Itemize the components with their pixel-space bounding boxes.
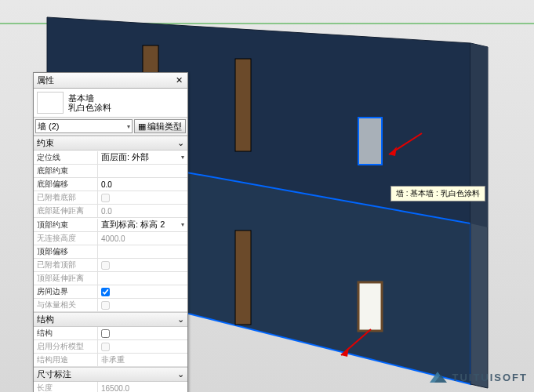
group-header-structure[interactable]: 结构 ⌄ [34,312,187,327]
watermark-icon [427,368,449,386]
prop-base-ext-dist: 底部延伸距离 0.0 [34,205,187,218]
close-icon[interactable]: ✕ [173,75,184,86]
prop-mass-related: 与体量相关 [34,299,187,312]
watermark-text: TUITUISOFT [452,372,528,383]
prop-analytical: 启用分析模型 [34,340,187,354]
watermark: TUITUISOFT [427,368,528,386]
expand-icon: ⌄ [177,138,184,148]
checkbox [101,301,110,310]
checkbox[interactable] [101,288,110,296]
type-text: 基本墙 乳白色涂料 [68,92,111,114]
svg-rect-6 [235,59,251,151]
group-header-constraint[interactable]: 约束 ⌄ [34,136,187,151]
prop-room-bounding[interactable]: 房间边界 [34,285,187,299]
chevron-down-icon: ▾ [181,221,184,228]
prop-top-ext-dist: 顶部延伸距离 [34,272,187,285]
checkbox[interactable] [101,329,110,338]
panel-title-text: 属性 [37,74,54,86]
prop-base-offset[interactable]: 底部偏移 0.0 [34,178,187,191]
expand-icon: ⌄ [177,314,184,325]
type-family-label: 基本墙 [68,93,111,103]
prop-base-attached: 已附着底部 [34,191,187,205]
properties-panel: 属性 ✕ 基本墙 乳白色涂料 墙 (2) ▾ ▦ 编辑类型 约束 ⌄ 定位线 面… [33,72,188,392]
type-name-label: 乳白色涂料 [68,103,111,112]
edit-type-icon: ▦ [138,122,146,132]
svg-rect-10 [358,282,382,331]
edit-type-button[interactable]: ▦ 编辑类型 [134,119,186,133]
group-label: 尺寸标注 [37,368,71,380]
prop-top-constraint[interactable]: 顶部约束 直到标高: 标高 2▾ [34,218,187,232]
prop-top-offset[interactable]: 顶部偏移 [34,245,187,259]
prop-structural[interactable]: 结构 [34,327,187,340]
group-label: 结构 [37,314,54,325]
expand-icon: ⌄ [177,369,184,379]
edit-type-label: 编辑类型 [147,121,182,132]
category-filter-dropdown[interactable]: 墙 (2) ▾ [35,119,133,133]
prop-top-attached: 已附着顶部 [34,259,187,272]
checkbox [101,343,110,351]
chevron-down-icon: ▾ [181,154,184,161]
prop-structural-usage: 结构用途 非承重 [34,354,187,367]
type-thumbnail [37,92,64,114]
prop-base-constraint[interactable]: 底部约束 [34,165,187,178]
checkbox [101,194,110,202]
chevron-down-icon: ▾ [127,123,130,130]
type-selector[interactable]: 基本墙 乳白色涂料 [34,89,187,118]
hover-tooltip: 墙 : 基本墙 : 乳白色涂料 [391,186,485,201]
svg-rect-7 [358,118,382,165]
prop-unconnected-height: 无连接高度 4000.0 [34,232,187,245]
prop-location-line[interactable]: 定位线 面层面: 外部▾ [34,151,187,165]
group-header-dimensions[interactable]: 尺寸标注 ⌄ [34,367,187,382]
svg-rect-9 [235,230,251,325]
group-label: 约束 [37,137,54,149]
prop-length: 长度 16500.0 [34,382,187,392]
panel-titlebar[interactable]: 属性 ✕ [34,73,187,89]
filter-value: 墙 (2) [38,121,60,132]
checkbox [101,261,110,270]
